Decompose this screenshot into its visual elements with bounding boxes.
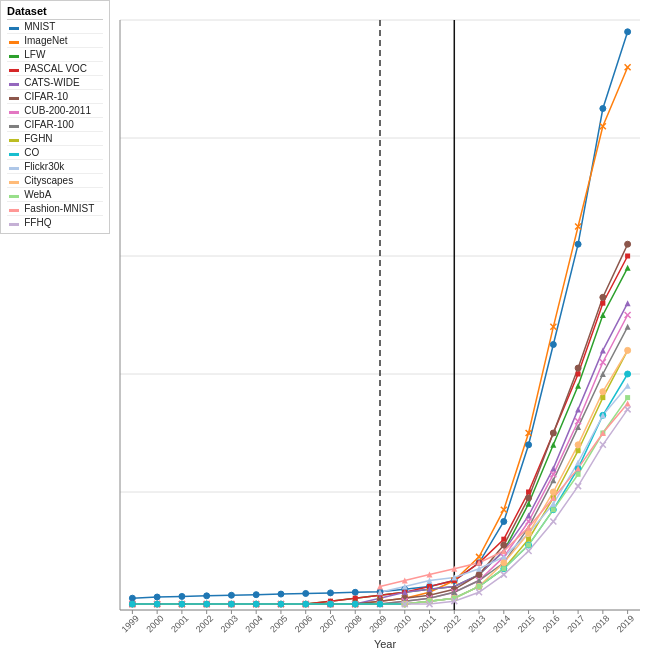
- legend-item: ▬WebA: [7, 188, 103, 202]
- svg-marker-134: [600, 312, 606, 318]
- svg-text:2018: 2018: [590, 613, 611, 634]
- svg-rect-334: [625, 395, 630, 400]
- svg-point-292: [352, 601, 358, 607]
- svg-rect-329: [501, 566, 506, 571]
- legend-label: WebA: [22, 188, 103, 202]
- legend-item: ▬CUB-200-2011: [7, 104, 103, 118]
- chart-container: Dataset ▬MNIST▬ImageNet▬LFW▬PASCAL VOC▬C…: [0, 0, 655, 655]
- legend-item: ▬CIFAR-100: [7, 118, 103, 132]
- legend-label: MNIST: [22, 20, 103, 34]
- svg-rect-154: [576, 372, 581, 377]
- svg-rect-278: [526, 537, 531, 542]
- legend-item: ▬LFW: [7, 48, 103, 62]
- svg-point-198: [625, 241, 631, 247]
- svg-point-286: [204, 601, 210, 607]
- svg-marker-177: [625, 300, 631, 306]
- svg-point-192: [476, 572, 482, 578]
- legend-label: CO: [22, 146, 103, 160]
- legend-item: ▬CIFAR-10: [7, 90, 103, 104]
- svg-rect-331: [551, 507, 556, 512]
- svg-text:2005: 2005: [268, 613, 289, 634]
- svg-point-288: [253, 601, 259, 607]
- svg-text:2002: 2002: [194, 613, 215, 634]
- svg-marker-176: [600, 347, 606, 353]
- legend-label: FGHN: [22, 132, 103, 146]
- svg-rect-330: [526, 543, 531, 548]
- svg-point-197: [600, 294, 606, 300]
- axes: 1999200020012002200320042005200620072008…: [120, 20, 640, 634]
- legend-label: LFW: [22, 48, 103, 62]
- svg-rect-152: [526, 490, 531, 495]
- legend-label: Cityscapes: [22, 174, 103, 188]
- legend-label: Flickr30k: [22, 160, 103, 174]
- svg-marker-132: [550, 442, 556, 448]
- svg-rect-328: [477, 584, 482, 589]
- legend-label: CUB-200-2011: [22, 104, 103, 118]
- svg-text:2009: 2009: [367, 613, 388, 634]
- svg-marker-173: [526, 513, 532, 519]
- svg-point-54: [179, 593, 185, 599]
- svg-rect-155: [600, 301, 605, 306]
- legend-label: ImageNet: [22, 34, 103, 48]
- legend-header: Dataset: [7, 5, 103, 20]
- legend-label: CIFAR-10: [22, 90, 103, 104]
- svg-point-195: [550, 430, 556, 436]
- svg-point-70: [575, 241, 581, 247]
- legend-item: ▬PASCAL VOC: [7, 62, 103, 76]
- legend-item: ▬MNIST: [7, 20, 103, 34]
- svg-point-287: [228, 601, 234, 607]
- svg-text:2001: 2001: [169, 613, 190, 634]
- svg-point-285: [179, 601, 185, 607]
- svg-marker-175: [575, 406, 581, 412]
- svg-text:2017: 2017: [565, 613, 586, 634]
- svg-point-289: [278, 601, 284, 607]
- svg-point-57: [253, 592, 259, 598]
- svg-point-323: [600, 389, 606, 395]
- legend-item: ▬Fashion-MNIST: [7, 202, 103, 216]
- svg-point-61: [352, 589, 358, 595]
- svg-point-53: [154, 594, 160, 600]
- svg-point-68: [526, 442, 532, 448]
- svg-marker-261: [625, 324, 631, 330]
- svg-rect-332: [576, 472, 581, 477]
- svg-point-194: [526, 495, 532, 501]
- legend-item: ▬FGHN: [7, 132, 103, 146]
- legend-item: ▬Cityscapes: [7, 174, 103, 188]
- svg-point-322: [575, 442, 581, 448]
- svg-text:1999: 1999: [120, 613, 141, 634]
- x-axis-label: Year: [374, 638, 397, 650]
- svg-point-72: [625, 29, 631, 35]
- svg-text:2016: 2016: [541, 613, 562, 634]
- legend-item: ▬CO: [7, 146, 103, 160]
- svg-point-59: [303, 590, 309, 596]
- svg-point-291: [327, 601, 333, 607]
- svg-text:2008: 2008: [342, 613, 363, 634]
- data-lines: [132, 32, 627, 604]
- svg-text:2007: 2007: [318, 613, 339, 634]
- svg-rect-151: [501, 537, 506, 542]
- legend-label: Fashion-MNIST: [22, 202, 103, 216]
- svg-text:2000: 2000: [144, 613, 165, 634]
- svg-text:2013: 2013: [466, 613, 487, 634]
- svg-text:2010: 2010: [392, 613, 413, 634]
- svg-point-283: [129, 601, 135, 607]
- legend-label: CATS-WIDE: [22, 76, 103, 90]
- legend-item: ▬CATS-WIDE: [7, 76, 103, 90]
- svg-point-290: [303, 601, 309, 607]
- svg-point-52: [129, 595, 135, 601]
- svg-point-303: [625, 371, 631, 377]
- svg-point-58: [278, 591, 284, 597]
- legend: Dataset ▬MNIST▬ImageNet▬LFW▬PASCAL VOC▬C…: [0, 0, 110, 234]
- svg-text:2004: 2004: [243, 613, 264, 634]
- svg-point-196: [575, 365, 581, 371]
- svg-text:2006: 2006: [293, 613, 314, 634]
- legend-item: ▬Flickr30k: [7, 160, 103, 174]
- svg-text:2012: 2012: [442, 613, 463, 634]
- svg-marker-314: [625, 383, 631, 389]
- svg-text:2011: 2011: [417, 613, 438, 634]
- svg-point-55: [204, 593, 210, 599]
- svg-rect-281: [600, 395, 605, 400]
- legend-label: FFHQ: [22, 216, 103, 230]
- svg-point-284: [154, 601, 160, 607]
- svg-text:2014: 2014: [491, 613, 512, 634]
